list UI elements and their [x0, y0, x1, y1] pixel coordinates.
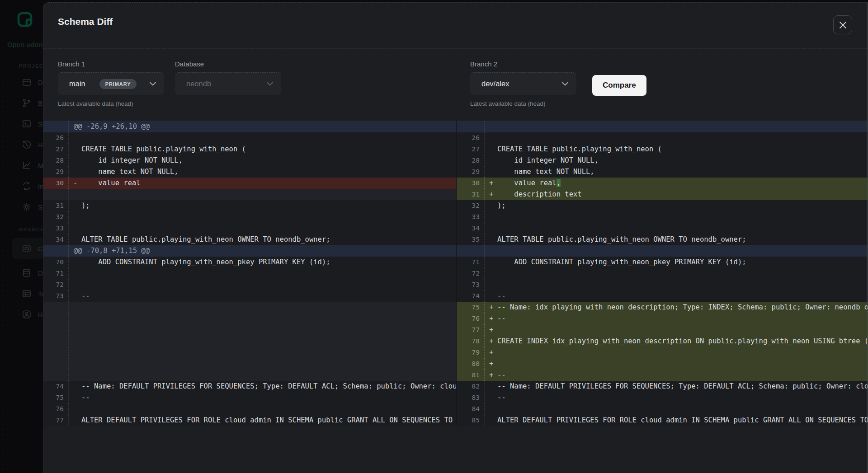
line-number: 28 [43, 155, 69, 166]
diff-marker: + [485, 313, 497, 324]
code-line: -- [81, 392, 456, 403]
line-number: 29 [457, 166, 485, 178]
diff-marker [485, 290, 497, 302]
database-select[interactable]: neondb [175, 72, 281, 95]
modal-backdrop [0, 0, 43, 473]
code-line [497, 279, 868, 290]
code-line [497, 324, 868, 336]
code-line [497, 268, 868, 279]
line-number: 77 [43, 415, 69, 426]
diff-marker [485, 155, 497, 166]
word-diff-highlight: , [557, 179, 561, 187]
chevron-down-icon [562, 82, 568, 86]
branch2-select[interactable]: dev/alex [470, 72, 576, 95]
compare-button[interactable]: Compare [592, 75, 646, 96]
diff-marker [485, 211, 497, 223]
diff-row-ctx: 33 [43, 223, 456, 234]
line-number: 73 [457, 279, 485, 290]
code-line [81, 279, 456, 290]
diff-row-spacer [43, 358, 456, 370]
diff-row-ctx: 32); [457, 200, 868, 211]
diff-row-ctx: 73 [457, 279, 868, 290]
diff-row-ctx: 83-- [457, 392, 868, 403]
diff-row-add: 81+-- [457, 370, 868, 381]
code-line: description text [497, 189, 868, 200]
line-number: 76 [457, 313, 485, 324]
branch1-group: Branch 1 main PRIMARY Latest available d… [58, 60, 164, 107]
line-number: 74 [43, 381, 69, 392]
database-label: Database [175, 60, 281, 67]
diff-pane-branch2: 2627CREATE TABLE public.playing_with_neo… [456, 121, 868, 426]
code-line: ); [81, 200, 456, 211]
code-line: ALTER DEFAULT PRIVILEGES FOR ROLE cloud_… [81, 415, 456, 426]
diff-row-add: 31+ description text [457, 189, 868, 200]
diff-row-ctx: 76 [43, 403, 456, 415]
diff-marker [485, 392, 497, 403]
diff-row-ctx: 27CREATE TABLE public.playing_with_neon … [457, 144, 868, 155]
branch1-caption: Latest available data (head) [58, 100, 164, 107]
line-number: 74 [457, 290, 485, 302]
line-number: 35 [457, 234, 485, 245]
code-line: CREATE TABLE public.playing_with_neon ( [81, 144, 456, 155]
close-button[interactable] [833, 15, 852, 34]
diff-marker: + [485, 178, 497, 189]
branch1-label: Branch 1 [58, 60, 164, 67]
code-line [81, 132, 456, 144]
code-line [497, 223, 868, 234]
code-line [81, 223, 456, 234]
code-line: -- [81, 290, 456, 302]
branch2-group: Branch 2 dev/alex Latest available data … [470, 60, 576, 107]
line-number: 76 [43, 403, 69, 415]
line-number: 71 [457, 257, 485, 268]
diff-row-spacer [43, 324, 456, 336]
line-number: 79 [457, 347, 485, 358]
diff-marker [485, 144, 497, 155]
diff-marker [69, 381, 81, 392]
diff-marker [69, 290, 81, 302]
code-line: id integer NOT NULL, [81, 155, 456, 166]
database-group: Database neondb [175, 60, 281, 95]
diff-row-ctx: 26 [457, 132, 868, 144]
code-line: ALTER TABLE public.playing_with_neon OWN… [81, 234, 456, 245]
diff-marker: + [485, 336, 497, 347]
line-number: 26 [457, 132, 485, 144]
diff-marker [69, 257, 81, 268]
line-number: 34 [457, 223, 485, 234]
diff-row-ctx: 31); [43, 200, 456, 211]
line-number: 32 [43, 211, 69, 223]
diff-marker: + [485, 358, 497, 370]
diff-row-add: 76+-- [457, 313, 868, 324]
branch2-caption: Latest available data (head) [470, 100, 576, 107]
line-number: 80 [457, 358, 485, 370]
line-number: 30 [457, 178, 485, 189]
diff-marker [485, 279, 497, 290]
line-number: 77 [457, 324, 485, 336]
primary-badge: PRIMARY [99, 79, 137, 89]
diff-marker [485, 200, 497, 211]
hunk-header: @@ -70,8 +71,15 @@ [69, 245, 456, 257]
diff-row-spacer [43, 189, 456, 200]
diff-marker [485, 415, 497, 426]
schema-diff-modal: Schema Diff Branch 1 main PRIMARY Latest… [43, 2, 868, 473]
diff-marker [69, 392, 81, 403]
diff-row-ctx: 28 id integer NOT NULL, [457, 155, 868, 166]
code-line: -- [497, 313, 868, 324]
diff-marker [69, 403, 81, 415]
diff-row-ctx: 75-- [43, 392, 456, 403]
diff-row-hunk: @@ -26,9 +26,10 @@ [43, 121, 456, 132]
diff-marker [69, 268, 81, 279]
code-line: ); [497, 200, 868, 211]
line-number: 26 [43, 132, 69, 144]
code-line: -- Name: idx_playing_with_neon_descripti… [497, 302, 868, 313]
diff-marker: + [485, 324, 497, 336]
code-line: ADD CONSTRAINT playing_with_neon_pkey PR… [497, 257, 868, 268]
diff-marker: + [485, 302, 497, 313]
code-line: ALTER TABLE public.playing_with_neon OWN… [497, 234, 868, 245]
branch1-select[interactable]: main PRIMARY [58, 72, 164, 95]
diff-row-spacer [43, 313, 456, 324]
code-line: name text NOT NULL, [81, 166, 456, 178]
diff-marker [69, 155, 81, 166]
line-number: 75 [43, 392, 69, 403]
diff-row-add: 79+ [457, 347, 868, 358]
code-line: -- Name: DEFAULT PRIVILEGES FOR SEQUENCE… [81, 381, 456, 392]
